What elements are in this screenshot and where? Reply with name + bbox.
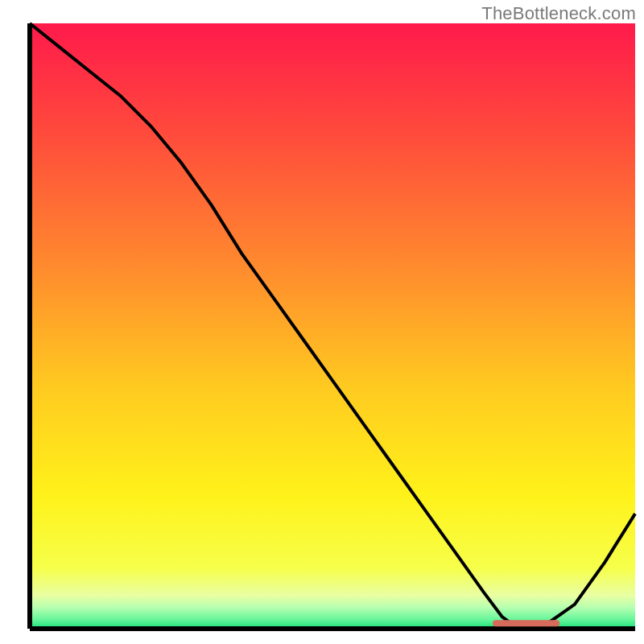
watermark-text: TheBottleneck.com (481, 3, 636, 24)
plot-gradient-bg (30, 23, 635, 629)
chart-svg (0, 0, 644, 644)
